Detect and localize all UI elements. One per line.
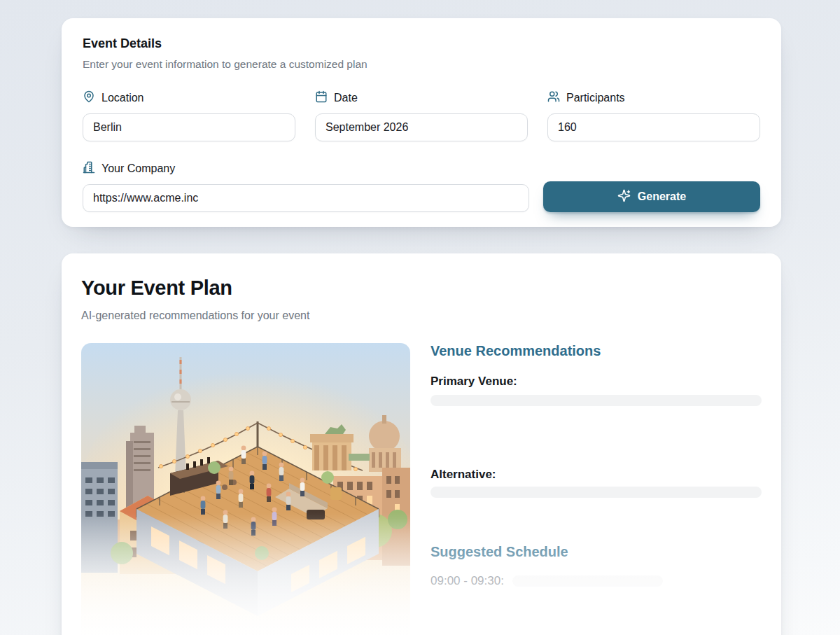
suggested-schedule-heading: Suggested Schedule (430, 544, 762, 560)
rooftop-event-illustration (81, 343, 410, 635)
location-field-group: Location (83, 90, 295, 141)
location-input[interactable] (83, 113, 295, 141)
date-label: Date (334, 92, 358, 104)
schedule-slot-time: 09:00 - 09:30: (430, 574, 504, 588)
event-fields-row: Location Date Participants (83, 90, 760, 141)
company-field-group: Your Company (83, 161, 529, 212)
generate-button-label: Generate (638, 190, 686, 203)
company-row: Your Company Generate (83, 161, 760, 212)
participants-input[interactable] (547, 113, 760, 141)
participants-field-group: Participants (547, 90, 760, 141)
venue-recommendations-heading: Venue Recommendations (430, 343, 762, 359)
users-icon (547, 90, 560, 106)
event-plan-subtitle: AI-generated recommendations for your ev… (81, 309, 762, 322)
date-field-group: Date (315, 90, 528, 141)
event-plan-title: Your Event Plan (81, 277, 762, 300)
event-details-subtitle: Enter your event information to generate… (83, 58, 760, 71)
schedule-slot-loading-bar (512, 575, 663, 587)
event-details-title: Event Details (83, 36, 760, 51)
primary-venue-loading-bar (430, 395, 762, 406)
generate-button[interactable]: Generate (543, 181, 760, 212)
schedule-slot-row: 09:00 - 09:30: (430, 574, 762, 588)
company-label: Your Company (102, 162, 175, 175)
alternative-venue-label: Alternative: (430, 468, 762, 482)
event-plan-card: Your Event Plan AI-generated recommendat… (62, 253, 781, 635)
event-details-card: Event Details Enter your event informati… (62, 18, 781, 227)
sparkles-icon (617, 189, 631, 205)
building-icon (83, 161, 95, 176)
alternative-venue-loading-bar (430, 487, 762, 498)
location-label: Location (102, 92, 144, 104)
calendar-icon (315, 90, 328, 106)
participants-label: Participants (566, 92, 625, 104)
date-input[interactable] (315, 113, 528, 141)
primary-venue-label: Primary Venue: (430, 375, 762, 389)
company-input[interactable] (83, 184, 529, 212)
map-pin-icon (83, 90, 95, 106)
plan-results-column: Venue Recommendations Primary Venue: Alt… (430, 343, 762, 635)
